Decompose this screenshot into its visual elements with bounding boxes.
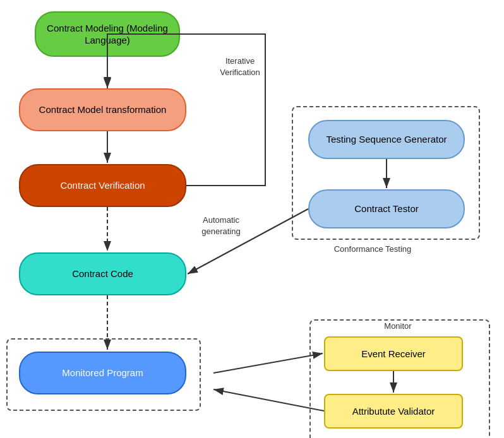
contract-testor-node: Contract Testor [308,189,465,228]
diagram: IterativeVerification Automaticgeneratin… [0,0,504,438]
contract-verification-label: Contract Verification [60,179,145,192]
iterative-verification-label: IterativeVerification [202,56,278,78]
testing-sequence-generator-label: Testing Sequence Generator [327,133,447,146]
contract-modeling-label: Contract Modeling (Modeling Language) [44,22,171,47]
event-receiver-label: Event Receiver [361,348,426,360]
contract-code-label: Contract Code [72,268,133,280]
contract-model-transformation-label: Contract Model transformation [39,104,167,116]
contract-verification-node: Contract Verification [19,164,186,207]
event-receiver-node: Event Receiver [324,336,463,371]
testing-sequence-generator-node: Testing Sequence Generator [308,120,465,159]
attributute-validator-label: Attributute Validator [352,405,435,418]
contract-model-transformation-node: Contract Model transformation [19,88,186,131]
monitor-label: Monitor [366,321,429,332]
attributute-validator-node: Attributute Validator [324,394,463,429]
svg-line-9 [213,389,324,411]
automatic-generating-label: Automaticgenerating [180,215,262,237]
monitored-program-node: Monitored Program [19,352,186,394]
contract-testor-label: Contract Testor [354,203,418,215]
conformance-testing-label: Conformance Testing [309,244,436,255]
contract-code-node: Contract Code [19,252,186,295]
contract-modeling-node: Contract Modeling (Modeling Language) [35,11,180,57]
svg-line-8 [213,353,323,373]
monitored-program-label: Monitored Program [62,367,143,379]
